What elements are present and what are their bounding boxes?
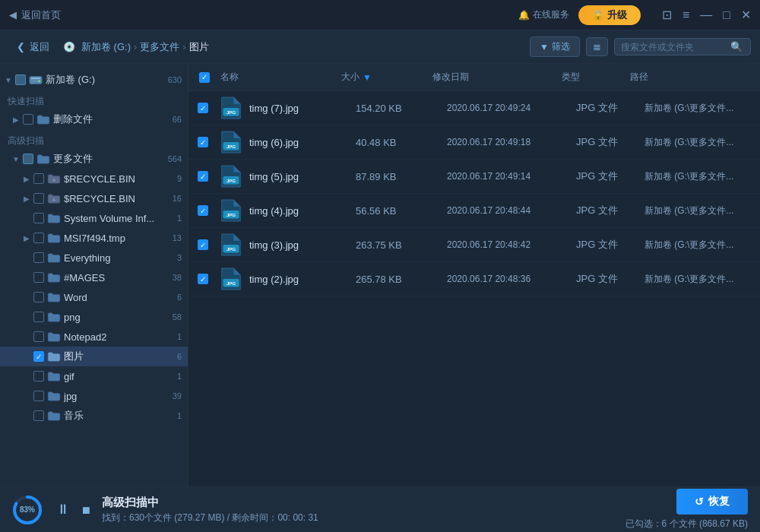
gif-label: gif: [64, 371, 173, 382]
jpg-file-icon-2: JPG: [220, 164, 245, 188]
pictures-count: 6: [177, 352, 182, 361]
jpg-label: jpg: [64, 391, 168, 402]
checkbox-everything[interactable]: [33, 252, 44, 263]
bell-icon: 🔔: [518, 10, 530, 21]
row-checkbox-1[interactable]: ✓: [198, 137, 220, 147]
col-date-label: 修改日期: [432, 71, 469, 84]
sidebar-item-gif[interactable]: ▶ gif 1: [0, 366, 188, 386]
col-header-date[interactable]: 修改日期: [432, 71, 562, 84]
sidebar-item-msi[interactable]: ▶ MSI7f494.tmp 13: [0, 228, 188, 248]
sidebar-item-drive[interactable]: ▼ 新加卷 (G:) 630: [0, 70, 188, 90]
restore-button[interactable]: ↺ 恢复: [676, 489, 748, 515]
row-size-4: 263.75 KB: [356, 239, 447, 251]
scan-title: 高级扫描中: [102, 496, 615, 510]
checkbox-msi[interactable]: [33, 233, 44, 243]
header-checkbox[interactable]: ✓: [199, 72, 210, 83]
table-row[interactable]: ✓ JPG timg (3).jpg 263.75 KB 2020.06.17 …: [188, 228, 760, 262]
search-bar[interactable]: 🔍: [614, 38, 751, 55]
table-row[interactable]: ✓ JPG timg (5).jpg 87.89 KB 2020.06.17 2…: [188, 160, 760, 194]
checkbox-gif[interactable]: [33, 371, 44, 382]
checkbox-jpg[interactable]: [33, 391, 44, 401]
svg-text:JPG: JPG: [226, 212, 236, 217]
sidebar-item-notepad2[interactable]: ▶ Notepad2 1: [0, 327, 188, 347]
section-advanced-scan: 高级扫描: [0, 129, 188, 149]
sidebar-item-more-files[interactable]: ▼ 更多文件 564: [0, 149, 188, 169]
drive-icon-small: 💿: [63, 41, 75, 52]
checkbox-sys[interactable]: [33, 213, 44, 223]
back-home-button[interactable]: ◀ 返回首页: [9, 8, 61, 22]
row-checkbox-0[interactable]: ✓: [198, 103, 220, 113]
sidebar-item-word[interactable]: ▶ Word 6: [0, 287, 188, 307]
filter-label: 筛选: [552, 40, 570, 53]
checkbox-recycle2[interactable]: [33, 193, 44, 204]
table-row[interactable]: ✓ JPG timg (4).jpg 56.56 KB 2020.06.17 2…: [188, 194, 760, 228]
upgrade-button[interactable]: 🔒 升级: [578, 5, 641, 25]
sidebar-item-pictures[interactable]: ▶ ✓ 图片 6: [0, 347, 188, 366]
stop-button[interactable]: ⏹: [81, 504, 91, 516]
sidebar-item-mages[interactable]: ▶ #MAGES 38: [0, 268, 188, 287]
menu-button[interactable]: ≡: [682, 9, 689, 21]
close-button[interactable]: ✕: [741, 9, 751, 21]
back-button[interactable]: ❮ 返回: [9, 37, 57, 57]
folder-icon-word: [47, 292, 61, 302]
bottombar-right: ↺ 恢复 已勾选：6 个文件 (868.67 KB): [625, 489, 748, 530]
row-name-2: timg (5).jpg: [249, 171, 356, 182]
sidebar-item-sysvolume[interactable]: ▶ System Volume Inf... 1: [0, 208, 188, 228]
sidebar-item-recycle1[interactable]: ▶ A $RECYCLE.BIN 9: [0, 169, 188, 188]
checkbox-png[interactable]: [33, 312, 44, 322]
checkbox-notepad2[interactable]: [33, 331, 44, 342]
sidebar-item-jpg[interactable]: ▶ jpg 39: [0, 386, 188, 406]
checkbox-pictures[interactable]: ✓: [33, 351, 44, 362]
service-button[interactable]: 🔔 在线服务: [518, 8, 569, 21]
checkbox-drive[interactable]: [15, 74, 26, 85]
sort-button[interactable]: ≣: [586, 37, 608, 56]
scan-info: 高级扫描中 找到：630个文件 (279.27 MB) / 剩余时间：00: 0…: [102, 496, 615, 524]
checkbox-recycle1[interactable]: [33, 173, 44, 184]
filter-button[interactable]: ▼ 筛选: [530, 36, 580, 57]
lock-icon: 🔒: [592, 9, 604, 21]
drive-label: 新加卷 (G:): [46, 73, 163, 87]
sidebar-item-deleted[interactable]: ▶ 删除文件 66: [0, 109, 188, 129]
sidebar-item-music[interactable]: ▶ 音乐 1: [0, 406, 188, 426]
gif-count: 1: [177, 372, 182, 381]
word-label: Word: [64, 292, 173, 303]
sidebar-item-everything[interactable]: ▶ Everything 3: [0, 248, 188, 268]
minimize-button[interactable]: ⊡: [662, 9, 672, 21]
col-header-type[interactable]: 类型: [562, 71, 630, 84]
png-count: 58: [173, 312, 182, 321]
row-checkbox-5[interactable]: ✓: [198, 274, 220, 284]
breadcrumb-folder[interactable]: 更多文件: [140, 40, 179, 54]
col-header-size[interactable]: 大小 ▼: [341, 71, 432, 84]
restore-button[interactable]: —: [700, 9, 712, 21]
recycle1-count: 9: [177, 174, 182, 183]
sidebar-item-png[interactable]: ▶ png 58: [0, 307, 188, 327]
checkbox-word[interactable]: [33, 292, 44, 302]
quick-scan-label: 快速扫描: [8, 95, 44, 108]
row-checkbox-4[interactable]: ✓: [198, 239, 220, 250]
col-header-name[interactable]: 名称: [220, 71, 341, 84]
sidebar-item-recycle2[interactable]: ▶ A $RECYCLE.BIN 16: [0, 188, 188, 208]
row-checkbox-3[interactable]: ✓: [198, 205, 220, 216]
maximize-button[interactable]: □: [723, 9, 730, 21]
row-path-1: 新加卷 (G:\更多文件...: [644, 136, 751, 149]
recycle2-count: 16: [173, 194, 182, 203]
breadcrumb-drive[interactable]: 新加卷 (G:): [81, 40, 131, 54]
checkbox-deleted[interactable]: [23, 114, 33, 125]
checkbox-music[interactable]: [33, 410, 44, 421]
folder-icon-recycle2: A: [47, 193, 61, 204]
col-header-path[interactable]: 路径: [630, 71, 751, 84]
back-home-icon: ◀: [9, 9, 17, 21]
pause-button[interactable]: ⏸: [56, 502, 70, 518]
search-input[interactable]: [621, 42, 727, 52]
more-files-count: 564: [168, 154, 182, 163]
checkbox-more[interactable]: [23, 154, 33, 164]
table-row[interactable]: ✓ JPG timg (6).jpg 40.48 KB 2020.06.17 2…: [188, 125, 760, 160]
row-checkbox-2[interactable]: ✓: [198, 171, 220, 182]
sysvolume-count: 1: [177, 214, 182, 223]
navbar: ❮ 返回 💿 新加卷 (G:) › 更多文件 › 图片 ▼ 筛选 ≣ 🔍: [0, 30, 760, 64]
titlebar: ◀ 返回首页 🔔 在线服务 🔒 升级 ⊡ ≡ — □ ✕: [0, 0, 760, 30]
expand-icon-recycle1: ▶: [21, 175, 32, 183]
checkbox-mages[interactable]: [33, 272, 44, 283]
table-row[interactable]: ✓ JPG timg (2).jpg 265.78 KB 2020.06.17 …: [188, 262, 760, 296]
table-row[interactable]: ✓ JPG timg (7).jpg 154.20 KB 2020.06.17 …: [188, 91, 760, 125]
